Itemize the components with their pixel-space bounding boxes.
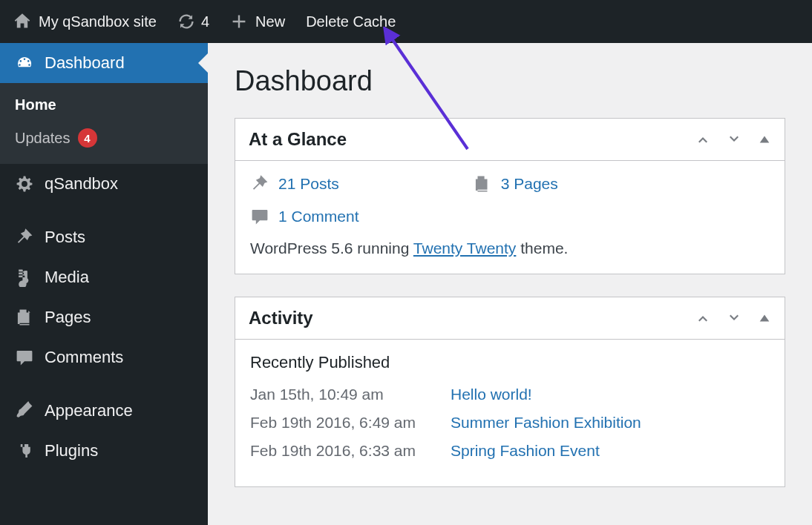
sidebar-label: Comments: [45, 348, 123, 367]
sidebar-label: Posts: [45, 228, 85, 247]
glance-posts-link[interactable]: 21 Posts: [278, 175, 339, 193]
sub-label: Home: [15, 96, 56, 113]
triangle-up-icon[interactable]: [758, 311, 771, 325]
pages-icon: [473, 174, 492, 194]
dashboard-icon: [15, 53, 34, 73]
home-icon: [13, 13, 31, 30]
glance-pages[interactable]: 3 Pages: [473, 174, 558, 194]
plus-icon: [230, 13, 248, 30]
refresh-icon: [177, 13, 195, 30]
sidebar-item-comments[interactable]: Comments: [0, 337, 208, 377]
updates-link[interactable]: 4: [177, 13, 209, 30]
plugin-icon: [15, 441, 34, 460]
at-a-glance-header: At a Glance: [235, 119, 785, 161]
activity-date: Jan 15th, 10:49 am: [250, 386, 451, 403]
comment-icon: [250, 207, 269, 226]
sidebar-item-dashboard[interactable]: Dashboard: [0, 43, 208, 83]
activity-header: Activity: [235, 297, 785, 340]
dashboard-submenu: Home Updates 4: [0, 83, 208, 164]
gear-icon: [15, 174, 34, 194]
sidebar-label: Dashboard: [45, 53, 125, 73]
activity-title-link[interactable]: Spring Fashion Event: [451, 442, 600, 460]
theme-link[interactable]: Twenty Twenty: [413, 240, 517, 257]
new-link[interactable]: New: [230, 13, 285, 30]
sidebar-label: qSandbox: [45, 174, 118, 194]
box-controls: [695, 311, 771, 326]
comment-icon: [15, 348, 34, 367]
chevron-up-icon[interactable]: [695, 311, 710, 326]
glance-comments-link[interactable]: 1 Comment: [278, 208, 359, 225]
sidebar-item-media[interactable]: Media: [0, 257, 208, 297]
page-title: Dashboard: [235, 65, 785, 97]
pin-icon: [15, 228, 34, 247]
sidebar-item-posts[interactable]: Posts: [0, 217, 208, 257]
delete-cache-label: Delete Cache: [306, 13, 396, 30]
sidebar-label: Appearance: [45, 401, 133, 420]
recently-published-heading: Recently Published: [250, 353, 770, 372]
brush-icon: [15, 401, 34, 420]
sub-label: Updates: [15, 130, 71, 147]
sidebar-item-appearance[interactable]: Appearance: [0, 391, 208, 431]
activity-row: Feb 19th 2016, 6:33 am Spring Fashion Ev…: [250, 442, 770, 460]
delete-cache-link[interactable]: Delete Cache: [306, 13, 396, 30]
activity-body: Recently Published Jan 15th, 10:49 am He…: [235, 340, 785, 486]
box-controls: [695, 132, 771, 147]
glance-posts[interactable]: 21 Posts: [250, 174, 339, 194]
updates-badge: 4: [78, 128, 97, 148]
site-link[interactable]: My qSandbox site: [13, 13, 157, 30]
glance-comments[interactable]: 1 Comment: [250, 207, 359, 226]
activity-date: Feb 19th 2016, 6:49 am: [250, 414, 451, 432]
at-a-glance-body: 21 Posts 3 Pages 1 Comment WordPress 5.6…: [235, 161, 785, 274]
box-title: Activity: [249, 308, 313, 328]
chevron-up-icon[interactable]: [695, 132, 710, 147]
site-name: My qSandbox site: [39, 13, 157, 30]
box-title: At a Glance: [249, 129, 347, 150]
wp-version-prefix: WordPress 5.6 running: [250, 240, 413, 257]
sidebar-item-qsandbox[interactable]: qSandbox: [0, 164, 208, 204]
main-content: Dashboard At a Glance 21 Posts 3 Pages: [208, 43, 812, 525]
updates-count: 4: [201, 13, 209, 30]
activity-row: Jan 15th, 10:49 am Hello world!: [250, 386, 770, 403]
sidebar-label: Pages: [45, 308, 91, 327]
activity-box: Activity Recently Published Jan 15th, 10…: [235, 297, 785, 487]
activity-date: Feb 19th 2016, 6:33 am: [250, 442, 451, 460]
pin-icon: [250, 174, 269, 194]
sidebar-label: Plugins: [45, 441, 98, 460]
wp-version-line: WordPress 5.6 running Twenty Twenty them…: [250, 240, 770, 257]
pages-icon: [15, 308, 34, 327]
activity-title-link[interactable]: Summer Fashion Exhibition: [451, 414, 641, 432]
sidebar-item-plugins[interactable]: Plugins: [0, 431, 208, 471]
chevron-down-icon[interactable]: [727, 132, 741, 147]
sidebar-sub-home[interactable]: Home: [0, 89, 208, 121]
admin-sidebar: Dashboard Home Updates 4 qSandbox Posts …: [0, 43, 208, 525]
admin-bar: My qSandbox site 4 New Delete Cache: [0, 0, 812, 43]
sidebar-sub-updates[interactable]: Updates 4: [0, 121, 208, 155]
wp-version-suffix: theme.: [516, 240, 568, 257]
triangle-up-icon[interactable]: [758, 133, 771, 146]
activity-title-link[interactable]: Hello world!: [451, 386, 532, 403]
chevron-down-icon[interactable]: [727, 311, 741, 326]
at-a-glance-box: At a Glance 21 Posts 3 Pages: [235, 118, 785, 274]
new-label: New: [255, 13, 285, 30]
media-icon: [15, 268, 34, 287]
sidebar-item-pages[interactable]: Pages: [0, 297, 208, 337]
sidebar-label: Media: [45, 268, 89, 287]
glance-pages-link[interactable]: 3 Pages: [501, 175, 558, 193]
activity-row: Feb 19th 2016, 6:49 am Summer Fashion Ex…: [250, 414, 770, 432]
